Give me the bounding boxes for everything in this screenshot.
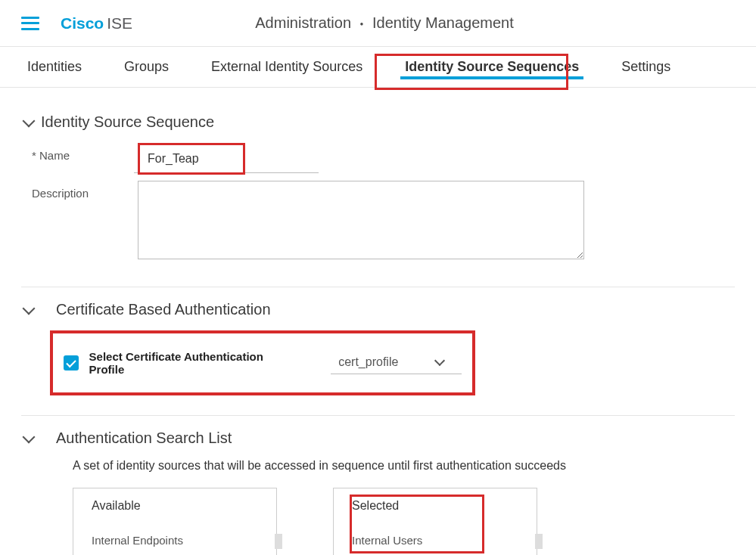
search-description: A set of identity sources that will be a… (73, 459, 735, 473)
description-textarea[interactable] (138, 181, 584, 259)
row-name: * Name (21, 143, 735, 173)
available-title: Available (92, 499, 258, 513)
cert-profile-label: Select Certificate Authentication Profil… (89, 350, 298, 376)
list-item[interactable]: Internal Users (352, 526, 518, 554)
section-toggle-idseq[interactable]: Identity Source Sequence (21, 113, 735, 131)
section-identity-source-sequence: Identity Source Sequence * Name Descript… (21, 100, 735, 287)
section-toggle-cert[interactable]: Certificate Based Authentication (21, 301, 735, 318)
annotation-highlight-box (138, 143, 245, 175)
section-toggle-search[interactable]: Authentication Search List (21, 429, 735, 447)
crumb-identity-management: Identity Management (372, 14, 514, 31)
tab-label: External Identity Sources (211, 59, 362, 75)
tab-label: Groups (124, 59, 169, 75)
tab-bar: Identities Groups External Identity Sour… (0, 47, 756, 88)
annotation-highlight-box: Select Certificate Authentication Profil… (50, 330, 475, 395)
tab-settings[interactable]: Settings (603, 47, 689, 87)
section-title: Certificate Based Authentication (56, 301, 271, 318)
cert-profile-row: Select Certificate Authentication Profil… (53, 333, 472, 392)
available-listbox[interactable]: Available Internal Endpoints Guest Users (73, 488, 277, 555)
row-description: Description (21, 181, 735, 259)
page-breadcrumb: Administration ● Identity Management (132, 14, 636, 32)
tab-label: Identities (27, 59, 82, 75)
tab-identities[interactable]: Identities (9, 47, 100, 87)
section-cert-based-auth: Certificate Based Authentication Select … (21, 287, 735, 416)
tab-label: Identity Source Sequences (405, 59, 579, 75)
hamburger-menu-icon[interactable] (21, 17, 39, 30)
app-header: Cisco ISE Administration ● Identity Mana… (0, 0, 756, 47)
section-auth-search-list: Authentication Search List A set of iden… (21, 416, 735, 555)
selected-listbox[interactable]: Selected Internal Users ADJoioint (333, 488, 537, 555)
name-input[interactable] (140, 145, 243, 172)
chevron-down-icon (23, 302, 36, 315)
section-title: Authentication Search List (56, 429, 232, 447)
label-name: * Name (21, 143, 138, 162)
section-title: Identity Source Sequence (41, 113, 214, 131)
lists-container: Available Internal Endpoints Guest Users… (73, 488, 735, 555)
tab-identity-source-sequences[interactable]: Identity Source Sequences (387, 47, 597, 87)
chevron-down-icon (23, 430, 36, 443)
content-area: Identity Source Sequence * Name Descript… (0, 88, 756, 555)
chevron-down-icon (434, 355, 445, 365)
tab-external-identity-sources[interactable]: External Identity Sources (193, 47, 381, 87)
scrollbar-thumb[interactable] (535, 534, 543, 549)
scrollbar-thumb[interactable] (275, 534, 282, 549)
select-value: cert_profile (338, 355, 398, 369)
tab-label: Settings (621, 59, 670, 75)
cert-profile-checkbox[interactable] (64, 355, 79, 371)
brand-cisco: Cisco (61, 14, 104, 33)
list-item[interactable]: Internal Endpoints (92, 526, 258, 554)
selected-title: Selected (352, 499, 518, 513)
tab-groups[interactable]: Groups (106, 47, 187, 87)
breadcrumb-separator-icon: ● (360, 20, 364, 27)
brand-ise: ISE (107, 14, 132, 33)
chevron-down-icon (23, 114, 36, 127)
label-description: Description (21, 181, 138, 200)
crumb-administration: Administration (255, 14, 351, 31)
cert-profile-select[interactable]: cert_profile (331, 352, 462, 374)
